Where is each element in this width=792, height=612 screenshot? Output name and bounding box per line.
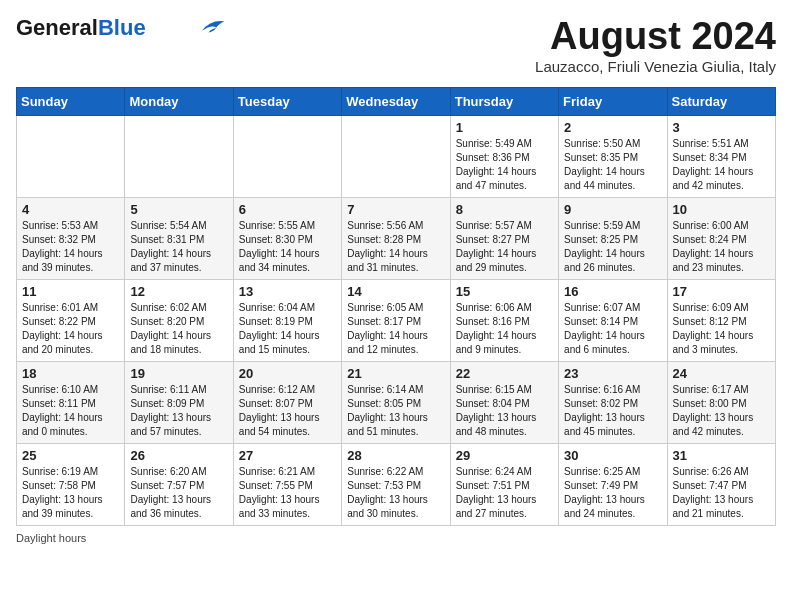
day-info: Sunrise: 5:50 AM Sunset: 8:35 PM Dayligh… bbox=[564, 137, 661, 193]
calendar-cell: 5Sunrise: 5:54 AM Sunset: 8:31 PM Daylig… bbox=[125, 197, 233, 279]
day-info: Sunrise: 6:07 AM Sunset: 8:14 PM Dayligh… bbox=[564, 301, 661, 357]
day-info: Sunrise: 5:53 AM Sunset: 8:32 PM Dayligh… bbox=[22, 219, 119, 275]
day-info: Sunrise: 6:24 AM Sunset: 7:51 PM Dayligh… bbox=[456, 465, 553, 521]
calendar-week-row: 11Sunrise: 6:01 AM Sunset: 8:22 PM Dayli… bbox=[17, 279, 776, 361]
day-info: Sunrise: 6:25 AM Sunset: 7:49 PM Dayligh… bbox=[564, 465, 661, 521]
calendar-cell: 14Sunrise: 6:05 AM Sunset: 8:17 PM Dayli… bbox=[342, 279, 450, 361]
col-header-sunday: Sunday bbox=[17, 87, 125, 115]
calendar-cell: 30Sunrise: 6:25 AM Sunset: 7:49 PM Dayli… bbox=[559, 443, 667, 525]
calendar-cell: 3Sunrise: 5:51 AM Sunset: 8:34 PM Daylig… bbox=[667, 115, 775, 197]
calendar-cell: 9Sunrise: 5:59 AM Sunset: 8:25 PM Daylig… bbox=[559, 197, 667, 279]
logo-bird-icon bbox=[194, 16, 226, 36]
calendar-cell: 25Sunrise: 6:19 AM Sunset: 7:58 PM Dayli… bbox=[17, 443, 125, 525]
day-number: 20 bbox=[239, 366, 336, 381]
logo-blue: Blue bbox=[98, 15, 146, 40]
day-number: 18 bbox=[22, 366, 119, 381]
day-info: Sunrise: 6:14 AM Sunset: 8:05 PM Dayligh… bbox=[347, 383, 444, 439]
day-number: 13 bbox=[239, 284, 336, 299]
logo: GeneralBlue bbox=[16, 16, 226, 40]
day-number: 17 bbox=[673, 284, 770, 299]
calendar-cell: 19Sunrise: 6:11 AM Sunset: 8:09 PM Dayli… bbox=[125, 361, 233, 443]
calendar-cell bbox=[342, 115, 450, 197]
day-number: 27 bbox=[239, 448, 336, 463]
day-info: Sunrise: 5:55 AM Sunset: 8:30 PM Dayligh… bbox=[239, 219, 336, 275]
day-info: Sunrise: 6:12 AM Sunset: 8:07 PM Dayligh… bbox=[239, 383, 336, 439]
day-info: Sunrise: 5:56 AM Sunset: 8:28 PM Dayligh… bbox=[347, 219, 444, 275]
day-info: Sunrise: 6:20 AM Sunset: 7:57 PM Dayligh… bbox=[130, 465, 227, 521]
calendar-cell: 29Sunrise: 6:24 AM Sunset: 7:51 PM Dayli… bbox=[450, 443, 558, 525]
calendar-subtitle: Lauzacco, Friuli Venezia Giulia, Italy bbox=[535, 58, 776, 75]
calendar-cell: 2Sunrise: 5:50 AM Sunset: 8:35 PM Daylig… bbox=[559, 115, 667, 197]
calendar-week-row: 1Sunrise: 5:49 AM Sunset: 8:36 PM Daylig… bbox=[17, 115, 776, 197]
calendar-cell: 1Sunrise: 5:49 AM Sunset: 8:36 PM Daylig… bbox=[450, 115, 558, 197]
day-info: Sunrise: 6:15 AM Sunset: 8:04 PM Dayligh… bbox=[456, 383, 553, 439]
day-number: 4 bbox=[22, 202, 119, 217]
calendar-cell bbox=[125, 115, 233, 197]
footer-note: Daylight hours bbox=[16, 532, 776, 544]
calendar-cell: 6Sunrise: 5:55 AM Sunset: 8:30 PM Daylig… bbox=[233, 197, 341, 279]
calendar-cell: 27Sunrise: 6:21 AM Sunset: 7:55 PM Dayli… bbox=[233, 443, 341, 525]
day-number: 7 bbox=[347, 202, 444, 217]
col-header-thursday: Thursday bbox=[450, 87, 558, 115]
day-number: 12 bbox=[130, 284, 227, 299]
day-info: Sunrise: 5:54 AM Sunset: 8:31 PM Dayligh… bbox=[130, 219, 227, 275]
day-number: 14 bbox=[347, 284, 444, 299]
day-info: Sunrise: 6:06 AM Sunset: 8:16 PM Dayligh… bbox=[456, 301, 553, 357]
day-number: 21 bbox=[347, 366, 444, 381]
day-number: 6 bbox=[239, 202, 336, 217]
day-number: 3 bbox=[673, 120, 770, 135]
day-info: Sunrise: 6:19 AM Sunset: 7:58 PM Dayligh… bbox=[22, 465, 119, 521]
day-number: 1 bbox=[456, 120, 553, 135]
calendar-cell: 24Sunrise: 6:17 AM Sunset: 8:00 PM Dayli… bbox=[667, 361, 775, 443]
calendar-cell: 20Sunrise: 6:12 AM Sunset: 8:07 PM Dayli… bbox=[233, 361, 341, 443]
calendar-cell: 10Sunrise: 6:00 AM Sunset: 8:24 PM Dayli… bbox=[667, 197, 775, 279]
calendar-cell: 28Sunrise: 6:22 AM Sunset: 7:53 PM Dayli… bbox=[342, 443, 450, 525]
calendar-cell: 26Sunrise: 6:20 AM Sunset: 7:57 PM Dayli… bbox=[125, 443, 233, 525]
day-number: 28 bbox=[347, 448, 444, 463]
day-info: Sunrise: 6:02 AM Sunset: 8:20 PM Dayligh… bbox=[130, 301, 227, 357]
daylight-label: Daylight hours bbox=[16, 532, 86, 544]
day-info: Sunrise: 6:00 AM Sunset: 8:24 PM Dayligh… bbox=[673, 219, 770, 275]
calendar-cell: 22Sunrise: 6:15 AM Sunset: 8:04 PM Dayli… bbox=[450, 361, 558, 443]
calendar-cell: 18Sunrise: 6:10 AM Sunset: 8:11 PM Dayli… bbox=[17, 361, 125, 443]
calendar-table: SundayMondayTuesdayWednesdayThursdayFrid… bbox=[16, 87, 776, 526]
calendar-cell bbox=[17, 115, 125, 197]
calendar-week-row: 25Sunrise: 6:19 AM Sunset: 7:58 PM Dayli… bbox=[17, 443, 776, 525]
calendar-cell: 21Sunrise: 6:14 AM Sunset: 8:05 PM Dayli… bbox=[342, 361, 450, 443]
day-info: Sunrise: 6:26 AM Sunset: 7:47 PM Dayligh… bbox=[673, 465, 770, 521]
col-header-tuesday: Tuesday bbox=[233, 87, 341, 115]
calendar-header-row: SundayMondayTuesdayWednesdayThursdayFrid… bbox=[17, 87, 776, 115]
calendar-cell: 17Sunrise: 6:09 AM Sunset: 8:12 PM Dayli… bbox=[667, 279, 775, 361]
calendar-cell: 23Sunrise: 6:16 AM Sunset: 8:02 PM Dayli… bbox=[559, 361, 667, 443]
calendar-cell: 15Sunrise: 6:06 AM Sunset: 8:16 PM Dayli… bbox=[450, 279, 558, 361]
day-info: Sunrise: 6:17 AM Sunset: 8:00 PM Dayligh… bbox=[673, 383, 770, 439]
day-info: Sunrise: 5:57 AM Sunset: 8:27 PM Dayligh… bbox=[456, 219, 553, 275]
day-number: 29 bbox=[456, 448, 553, 463]
day-info: Sunrise: 6:11 AM Sunset: 8:09 PM Dayligh… bbox=[130, 383, 227, 439]
day-info: Sunrise: 6:04 AM Sunset: 8:19 PM Dayligh… bbox=[239, 301, 336, 357]
day-number: 15 bbox=[456, 284, 553, 299]
header: GeneralBlue August 2024 Lauzacco, Friuli… bbox=[16, 16, 776, 75]
col-header-saturday: Saturday bbox=[667, 87, 775, 115]
day-info: Sunrise: 6:01 AM Sunset: 8:22 PM Dayligh… bbox=[22, 301, 119, 357]
day-info: Sunrise: 6:10 AM Sunset: 8:11 PM Dayligh… bbox=[22, 383, 119, 439]
day-number: 19 bbox=[130, 366, 227, 381]
calendar-cell: 7Sunrise: 5:56 AM Sunset: 8:28 PM Daylig… bbox=[342, 197, 450, 279]
day-number: 16 bbox=[564, 284, 661, 299]
calendar-week-row: 18Sunrise: 6:10 AM Sunset: 8:11 PM Dayli… bbox=[17, 361, 776, 443]
calendar-cell: 31Sunrise: 6:26 AM Sunset: 7:47 PM Dayli… bbox=[667, 443, 775, 525]
day-number: 22 bbox=[456, 366, 553, 381]
day-info: Sunrise: 5:59 AM Sunset: 8:25 PM Dayligh… bbox=[564, 219, 661, 275]
calendar-cell: 4Sunrise: 5:53 AM Sunset: 8:32 PM Daylig… bbox=[17, 197, 125, 279]
logo-general: General bbox=[16, 15, 98, 40]
day-number: 8 bbox=[456, 202, 553, 217]
calendar-cell: 11Sunrise: 6:01 AM Sunset: 8:22 PM Dayli… bbox=[17, 279, 125, 361]
day-number: 11 bbox=[22, 284, 119, 299]
day-info: Sunrise: 6:16 AM Sunset: 8:02 PM Dayligh… bbox=[564, 383, 661, 439]
day-info: Sunrise: 5:51 AM Sunset: 8:34 PM Dayligh… bbox=[673, 137, 770, 193]
day-info: Sunrise: 5:49 AM Sunset: 8:36 PM Dayligh… bbox=[456, 137, 553, 193]
day-number: 31 bbox=[673, 448, 770, 463]
day-number: 26 bbox=[130, 448, 227, 463]
col-header-monday: Monday bbox=[125, 87, 233, 115]
calendar-title: August 2024 bbox=[535, 16, 776, 58]
